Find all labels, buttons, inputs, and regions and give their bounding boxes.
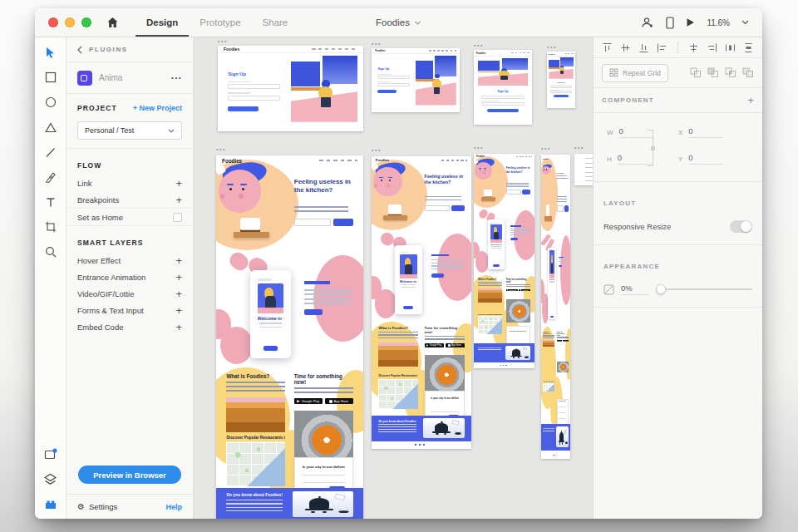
smart-layer-hover-effect[interactable]: Hover Effect + bbox=[66, 252, 193, 268]
set-as-home-checkbox[interactable] bbox=[173, 213, 182, 222]
select-tool[interactable] bbox=[44, 46, 57, 59]
smart-layer-forms-text-input[interactable]: Forms & Text Input + bbox=[66, 302, 193, 318]
artboard-home-mobile[interactable]: Foodies Feeling useless in the kitchen? … bbox=[541, 155, 570, 459]
add-embed-code-button[interactable]: + bbox=[175, 322, 182, 332]
smart-layer-entrance-animation[interactable]: Entrance Animation + bbox=[66, 268, 193, 285]
flow-item-link[interactable]: Link + bbox=[66, 175, 193, 191]
y-value[interactable]: 0 bbox=[688, 153, 723, 165]
opacity-value[interactable]: 0% bbox=[621, 283, 649, 295]
phone-mockup: Welcome to foodies! bbox=[395, 245, 423, 314]
tab-share[interactable]: Share bbox=[252, 8, 299, 37]
assets-panel-button[interactable] bbox=[44, 447, 57, 461]
flow-section: FLOW bbox=[66, 149, 193, 175]
minimize-window-button[interactable] bbox=[65, 17, 75, 27]
artboard-signup-mobile[interactable]: Foodies Sign Up bbox=[547, 52, 575, 108]
distribute-horizontal-button[interactable] bbox=[725, 42, 736, 53]
google-play-badge: Google Play bbox=[294, 398, 323, 404]
add-forms-button[interactable]: + bbox=[175, 305, 182, 316]
artboard-signup-tablet[interactable]: Foodies Sign Up bbox=[474, 50, 532, 125]
zoom-tool[interactable] bbox=[44, 245, 57, 259]
artboard-options-menu[interactable]: ••• bbox=[216, 146, 226, 152]
add-link-button[interactable]: + bbox=[175, 178, 182, 189]
artboard-home-desktop[interactable]: Foodies Feeling useless in the kitchen? … bbox=[216, 155, 363, 519]
artboard-options-menu[interactable]: ••• bbox=[541, 145, 551, 151]
artboard-signup-desktop[interactable]: Foodies Sign Up bbox=[218, 46, 363, 131]
boolean-add-button[interactable] bbox=[690, 67, 702, 78]
design-canvas[interactable]: ••• ••• ••• ••• ••• ••• ••• ••• ••• Food… bbox=[194, 37, 593, 519]
smart-layer-video-gif-lottie[interactable]: Video/GIF/Lottie + bbox=[66, 285, 193, 302]
opacity-slider[interactable] bbox=[656, 284, 752, 294]
repeat-grid-button[interactable]: Repeat Grid bbox=[602, 64, 668, 82]
plugin-menu-button[interactable]: ••• bbox=[171, 74, 182, 81]
new-project-link[interactable]: + New Project bbox=[133, 104, 182, 112]
artboard-menu-screen[interactable] bbox=[574, 154, 593, 185]
document-title: Foodies bbox=[376, 17, 410, 27]
smart-layer-embed-code[interactable]: Embed Code + bbox=[66, 318, 193, 335]
artboard-home-tablet[interactable]: Foodies Feeling useless in the kitchen? … bbox=[474, 154, 534, 368]
zoom-level[interactable]: 11.6% bbox=[707, 18, 730, 27]
tab-design[interactable]: Design bbox=[135, 8, 189, 37]
artboard-options-menu[interactable]: ••• bbox=[372, 41, 382, 47]
home-button[interactable] bbox=[101, 8, 124, 37]
align-top-button[interactable] bbox=[602, 42, 613, 53]
boolean-subtract-button[interactable] bbox=[707, 67, 719, 78]
artboard-options-menu[interactable]: ••• bbox=[574, 145, 584, 150]
artboard-options-menu[interactable]: ••• bbox=[372, 147, 382, 153]
add-entrance-animation-button[interactable]: + bbox=[175, 272, 182, 283]
artboard-options-menu[interactable]: ••• bbox=[474, 145, 484, 150]
artboard-options-menu[interactable]: ••• bbox=[474, 42, 484, 48]
help-link[interactable]: Help bbox=[165, 503, 182, 511]
document-title-menu[interactable]: Foodies bbox=[376, 8, 421, 37]
rectangle-tool[interactable] bbox=[44, 71, 57, 84]
artboard-home-laptop[interactable]: Foodies Feeling useless in the kitchen? … bbox=[372, 156, 471, 449]
how-it-works-block bbox=[510, 225, 530, 239]
text-tool[interactable] bbox=[44, 195, 57, 209]
back-chevron-icon[interactable] bbox=[77, 46, 82, 54]
form-fields-skeleton bbox=[510, 332, 526, 343]
height-field[interactable]: H0 bbox=[607, 153, 678, 165]
align-middle-button[interactable] bbox=[620, 42, 631, 53]
add-video-button[interactable]: + bbox=[175, 288, 182, 299]
settings-button[interactable]: Settings bbox=[89, 502, 117, 511]
preview-on-device-button[interactable] bbox=[666, 17, 674, 29]
project-select[interactable]: Personal / Test bbox=[77, 121, 182, 140]
pen-tool[interactable] bbox=[44, 170, 57, 184]
lock-aspect-ratio-bracket[interactable] bbox=[647, 130, 653, 166]
invite-button[interactable] bbox=[641, 17, 654, 28]
flow-item-breakpoints[interactable]: Breakpoints + bbox=[66, 191, 193, 208]
desktop-preview-button[interactable] bbox=[686, 17, 695, 27]
align-left-button[interactable] bbox=[657, 42, 667, 53]
tab-prototype[interactable]: Prototype bbox=[189, 8, 251, 37]
artboard-options-menu[interactable]: ••• bbox=[547, 44, 557, 50]
close-window-button[interactable] bbox=[48, 17, 58, 27]
x-value[interactable]: 0 bbox=[688, 126, 723, 138]
plugins-panel-button[interactable] bbox=[44, 497, 57, 510]
align-bottom-button[interactable] bbox=[638, 42, 649, 53]
line-tool[interactable] bbox=[44, 145, 57, 159]
artboard-signup-laptop[interactable]: Foodies Sign Up bbox=[372, 48, 460, 112]
add-hover-effect-button[interactable]: + bbox=[175, 255, 182, 266]
y-field[interactable]: Y0 bbox=[678, 153, 749, 165]
width-field[interactable]: W0 bbox=[607, 126, 678, 138]
boolean-intersect-button[interactable] bbox=[725, 67, 736, 78]
layers-panel-button[interactable] bbox=[44, 472, 57, 485]
boolean-exclude-button[interactable] bbox=[742, 67, 754, 78]
add-breakpoints-button[interactable]: + bbox=[175, 195, 182, 205]
slider-knob[interactable] bbox=[656, 284, 666, 294]
preview-in-browser-button[interactable]: Preview in Browser bbox=[78, 466, 181, 484]
distribute-vertical-button[interactable] bbox=[743, 42, 754, 53]
zoom-window-button[interactable] bbox=[81, 17, 91, 27]
phone-mockup: Welcome to foodies! bbox=[488, 219, 505, 270]
signup-title: Sign Up bbox=[228, 71, 280, 76]
align-center-button[interactable] bbox=[688, 42, 699, 53]
responsive-resize-toggle[interactable] bbox=[730, 220, 752, 233]
ellipse-tool[interactable] bbox=[44, 96, 57, 109]
add-component-button[interactable]: + bbox=[747, 95, 754, 106]
artboard-tool[interactable] bbox=[44, 220, 57, 234]
zoom-menu-chevron-icon[interactable] bbox=[741, 20, 749, 25]
polygon-tool[interactable] bbox=[44, 121, 57, 134]
project-row: PROJECT + New Project bbox=[66, 94, 193, 121]
x-field[interactable]: X0 bbox=[678, 126, 749, 138]
artboard-options-menu[interactable]: ••• bbox=[218, 38, 228, 44]
align-right-button[interactable] bbox=[707, 42, 717, 53]
